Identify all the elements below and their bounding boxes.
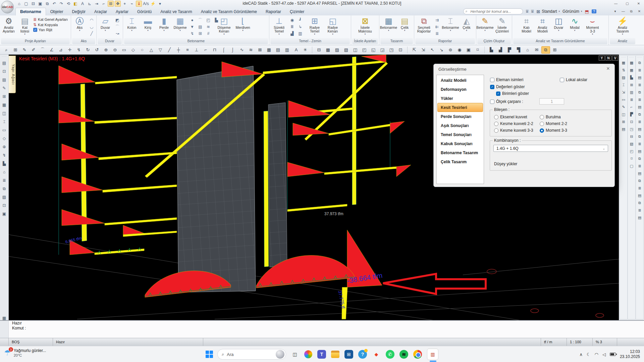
- list-item-betonarme-tasarim[interactable]: Betonarme Tasarım: [437, 148, 483, 157]
- teams-icon[interactable]: T: [317, 350, 326, 359]
- right-tool-icon[interactable]: ⊞: [628, 82, 635, 87]
- betonarme-tool-icon[interactable]: ●: [189, 17, 196, 23]
- layer-list-icon[interactable]: ⩸: [526, 9, 528, 14]
- tab-araclar[interactable]: Araçlar: [90, 8, 111, 15]
- hatch-tool-icon[interactable]: ▧: [342, 46, 351, 54]
- hatch-tool-icon[interactable]: ⊟: [315, 46, 323, 54]
- text-style-icon[interactable]: A: [79, 1, 86, 7]
- view-selector[interactable]: Görünüm▾: [562, 9, 582, 14]
- right-tool-icon[interactable]: ⇲: [620, 89, 627, 95]
- mode-tool-icon[interactable]: ▜: [514, 46, 523, 54]
- diamond-app-icon[interactable]: ◆: [372, 350, 381, 359]
- draw-tool-icon[interactable]: ↯: [74, 46, 83, 54]
- left-tool-icon[interactable]: ⌂: [1, 169, 8, 175]
- hatch-tool-icon[interactable]: ◫: [351, 46, 360, 54]
- do-not-disturb-icon[interactable]: ☾: [587, 352, 591, 357]
- tray-chevron-icon[interactable]: ∧: [579, 352, 583, 357]
- draw-tool-icon[interactable]: ⊞: [11, 46, 20, 54]
- right-tool-icon[interactable]: ⇅: [620, 67, 627, 73]
- ruler-icon[interactable]: ⌐: [101, 1, 107, 7]
- command-console[interactable]: Hazır Komut :: [0, 320, 644, 338]
- minimize-icon[interactable]: —: [612, 1, 619, 6]
- toolbar-grip[interactable]: ····: [621, 56, 626, 58]
- kiris-button[interactable]: ▬ Kiriş▾: [140, 16, 156, 37]
- analiz-modeli-button[interactable]: ⌗ Analiz Modeli: [535, 16, 550, 37]
- kati-model-button[interactable]: ⌗ Katı Model: [519, 16, 534, 37]
- draw-tool-icon[interactable]: ▦: [265, 46, 273, 54]
- view-tool-icon[interactable]: ⇱: [410, 46, 419, 54]
- monitor-icon[interactable]: ⬒: [585, 9, 589, 14]
- right-tool-icon[interactable]: ≣: [636, 67, 643, 73]
- toolbar-grip[interactable]: ····: [637, 56, 642, 58]
- doseme-kenari-button[interactable]: ◰ Döşeme Kenarı▾: [215, 16, 233, 37]
- left-tool-icon[interactable]: ⌶: [1, 119, 8, 125]
- list-item-deformasyon[interactable]: Deformasyon: [437, 85, 483, 94]
- temel-tool-icon[interactable]: ◉: [288, 17, 296, 23]
- temel-tool-icon[interactable]: ▟: [288, 31, 296, 37]
- left-tool-icon[interactable]: ▦: [1, 102, 8, 108]
- right-tool-icon[interactable]: ≣: [628, 97, 635, 102]
- mdi-close-icon[interactable]: ✕: [637, 9, 642, 13]
- left-tool-icon[interactable]: ◫: [1, 110, 8, 116]
- left-tool-icon[interactable]: ▭: [1, 127, 8, 133]
- save-icon[interactable]: ▣: [37, 1, 43, 7]
- right-tool-icon[interactable]: ⊞: [620, 119, 627, 124]
- toolbar-grip[interactable]: ····: [2, 56, 7, 58]
- right-tool-icon[interactable]: ≣: [636, 119, 643, 124]
- layer-stack-icon[interactable]: ⩸: [531, 9, 534, 14]
- draw-tool-icon[interactable]: ⌐: [201, 46, 210, 54]
- right-tool-icon[interactable]: ⌶: [620, 82, 627, 87]
- draw-tool-icon[interactable]: ⊖: [111, 46, 119, 54]
- draw-tool-icon[interactable]: ⊿: [56, 46, 65, 54]
- whatsapp-icon[interactable]: ✆: [386, 350, 394, 359]
- draw-tool-icon[interactable]: ⌕: [2, 46, 11, 54]
- draw-tool-icon[interactable]: ▽: [156, 46, 165, 54]
- draw-tool-icon[interactable]: A: [292, 46, 301, 54]
- kat-listesi-button[interactable]: ▤ Kat listesi▾: [17, 16, 33, 37]
- right-tool-icon[interactable]: ▨: [620, 75, 627, 80]
- status-units[interactable]: tf / m: [541, 338, 567, 346]
- status-scale[interactable]: 1 : 100: [567, 338, 593, 346]
- weather-widget[interactable]: ☂3 Yağmurlu günler... 20°C: [4, 348, 46, 358]
- draw-tool-icon[interactable]: ⊥: [192, 46, 201, 54]
- mdi-restore-icon[interactable]: ⧉: [629, 9, 634, 13]
- kolon-button[interactable]: ⌶ Kolon▾: [124, 16, 140, 37]
- tab-ayarlar[interactable]: Ayarlar: [111, 8, 133, 15]
- mode-tool-icon[interactable]: ⌂: [523, 46, 532, 54]
- mdi-minimize-icon[interactable]: —: [621, 9, 626, 13]
- right-tool-icon[interactable]: ▤: [636, 148, 643, 154]
- right-tool-icon[interactable]: ▦: [628, 67, 635, 73]
- panel-tool-icon[interactable]: ⊡: [1, 68, 8, 74]
- right-tool-icon[interactable]: ▤: [636, 126, 643, 132]
- right-tool-icon[interactable]: ▥: [628, 89, 635, 95]
- right-tool-icon[interactable]: ▤: [636, 171, 643, 176]
- right-tool-icon[interactable]: ▭: [620, 97, 627, 102]
- autosave-icon[interactable]: A/s: [143, 1, 149, 7]
- analiz-tasarim-button[interactable]: ⚡ Analiz Tasarım▾: [613, 16, 632, 37]
- left-tool-icon[interactable]: ✎: [1, 85, 8, 91]
- betonarme-tool-icon[interactable]: ◰: [205, 17, 212, 23]
- tab-objeler[interactable]: Objeler: [46, 8, 68, 15]
- dimension-icon[interactable]: ⇥: [94, 1, 100, 7]
- lokal-akslar-checkbox[interactable]: Lokal akslar: [560, 77, 587, 82]
- draw-tool-icon[interactable]: ┼: [174, 46, 183, 54]
- draw-tool-icon[interactable]: ⊓: [210, 46, 219, 54]
- left-tool-icon[interactable]: ⧉: [1, 186, 8, 192]
- draw-tool-icon[interactable]: ∿: [237, 46, 246, 54]
- close-icon[interactable]: ✕: [635, 1, 642, 6]
- mode-tool-icon[interactable]: ⊞: [550, 46, 559, 54]
- draw-tool-icon[interactable]: ≡: [183, 46, 192, 54]
- status-zoom[interactable]: % 3: [593, 338, 617, 346]
- tasarim-betonarme-button[interactable]: ▦ Betonarme▾: [381, 16, 396, 37]
- right-tool-icon[interactable]: ▩: [628, 60, 635, 65]
- object-snap-icon[interactable]: ⌖: [122, 1, 128, 7]
- olcek-carpani-checkbox[interactable]: Ölçek çarpanı :: [490, 99, 523, 104]
- radye-kenari-button[interactable]: ◱ Radye Kenarı▾: [324, 16, 341, 37]
- draw-tool-icon[interactable]: ↺: [93, 46, 101, 54]
- betonarme-tool-icon[interactable]: ▼: [189, 24, 196, 30]
- right-tool-icon[interactable]: ⧉: [636, 200, 643, 205]
- chrome-icon[interactable]: [413, 350, 422, 359]
- clock[interactable]: 12:03 23.10.2025: [620, 349, 640, 359]
- right-tool-icon[interactable]: ▤: [636, 75, 643, 80]
- undo-icon[interactable]: ↶: [51, 1, 57, 7]
